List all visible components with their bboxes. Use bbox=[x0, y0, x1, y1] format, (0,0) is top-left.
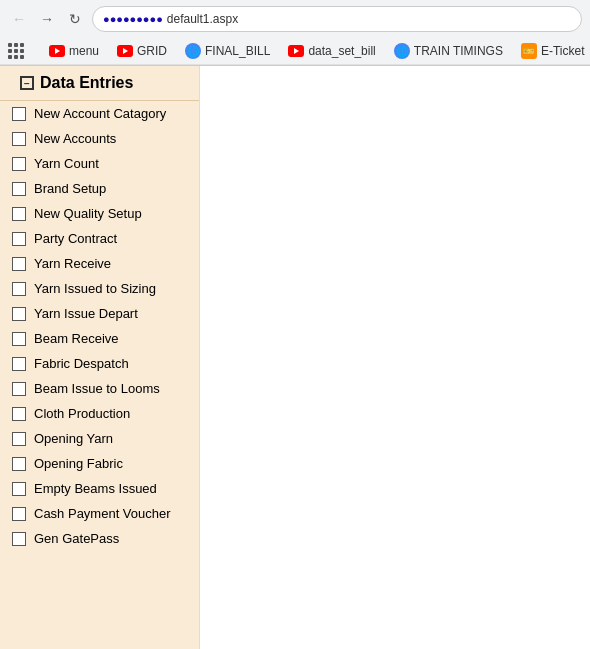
bookmark-e-ticket[interactable]: 🎫 E-Ticket bbox=[513, 41, 590, 61]
ticket-icon: 🎫 bbox=[521, 43, 537, 59]
sidebar-item-empty-beams-issued[interactable]: Empty Beams Issued bbox=[0, 476, 199, 501]
bookmark-grid-label: GRID bbox=[137, 44, 167, 58]
item-checkbox-yarn-issued-sizing[interactable] bbox=[12, 282, 26, 296]
item-checkbox-new-account-category[interactable] bbox=[12, 107, 26, 121]
bookmark-train-timings[interactable]: 🌐 TRAIN TIMINGS bbox=[386, 41, 511, 61]
item-label-opening-yarn: Opening Yarn bbox=[34, 431, 113, 446]
item-checkbox-opening-yarn[interactable] bbox=[12, 432, 26, 446]
right-panel bbox=[200, 66, 590, 649]
item-checkbox-cloth-production[interactable] bbox=[12, 407, 26, 421]
item-checkbox-fabric-despatch[interactable] bbox=[12, 357, 26, 371]
youtube-icon bbox=[49, 45, 65, 57]
sidebar-item-yarn-receive[interactable]: Yarn Receive bbox=[0, 251, 199, 276]
item-label-yarn-issued-sizing: Yarn Issued to Sizing bbox=[34, 281, 156, 296]
sidebar-item-cloth-production[interactable]: Cloth Production bbox=[0, 401, 199, 426]
item-label-empty-beams-issued: Empty Beams Issued bbox=[34, 481, 157, 496]
sidebar-item-new-quality-setup[interactable]: New Quality Setup bbox=[0, 201, 199, 226]
address-text: default1.aspx bbox=[167, 12, 238, 26]
item-label-fabric-despatch: Fabric Despatch bbox=[34, 356, 129, 371]
sidebar-title: Data Entries bbox=[40, 74, 133, 92]
item-label-new-quality-setup: New Quality Setup bbox=[34, 206, 142, 221]
item-checkbox-cash-payment-voucher[interactable] bbox=[12, 507, 26, 521]
sidebar-item-yarn-issued-sizing[interactable]: Yarn Issued to Sizing bbox=[0, 276, 199, 301]
item-label-brand-setup: Brand Setup bbox=[34, 181, 106, 196]
item-checkbox-yarn-receive[interactable] bbox=[12, 257, 26, 271]
item-checkbox-new-quality-setup[interactable] bbox=[12, 207, 26, 221]
sidebar-header: − Data Entries bbox=[0, 66, 199, 101]
back-button[interactable]: ← bbox=[8, 8, 30, 30]
main-content: − Data Entries New Account Catagory New … bbox=[0, 66, 590, 649]
sidebar-item-party-contract[interactable]: Party Contract bbox=[0, 226, 199, 251]
bookmark-menu[interactable]: menu bbox=[41, 42, 107, 60]
reload-button[interactable]: ↻ bbox=[64, 8, 86, 30]
item-label-yarn-receive: Yarn Receive bbox=[34, 256, 111, 271]
sidebar-item-yarn-issue-depart[interactable]: Yarn Issue Depart bbox=[0, 301, 199, 326]
sidebar-item-fabric-despatch[interactable]: Fabric Despatch bbox=[0, 351, 199, 376]
item-label-new-account-category: New Account Catagory bbox=[34, 106, 166, 121]
address-prefix: ●●●●●●●●● bbox=[103, 13, 163, 25]
sidebar-collapse-button[interactable]: − bbox=[20, 76, 34, 90]
item-label-yarn-issue-depart: Yarn Issue Depart bbox=[34, 306, 138, 321]
item-checkbox-brand-setup[interactable] bbox=[12, 182, 26, 196]
bookmark-menu-label: menu bbox=[69, 44, 99, 58]
sidebar-item-opening-fabric[interactable]: Opening Fabric bbox=[0, 451, 199, 476]
item-label-yarn-count: Yarn Count bbox=[34, 156, 99, 171]
bookmark-final-bill[interactable]: 🌐 FINAL_BILL bbox=[177, 41, 278, 61]
item-checkbox-beam-receive[interactable] bbox=[12, 332, 26, 346]
item-checkbox-beam-issue-looms[interactable] bbox=[12, 382, 26, 396]
bookmark-train-timings-label: TRAIN TIMINGS bbox=[414, 44, 503, 58]
item-checkbox-yarn-issue-depart[interactable] bbox=[12, 307, 26, 321]
sidebar-item-beam-receive[interactable]: Beam Receive bbox=[0, 326, 199, 351]
bookmarks-bar: menu GRID 🌐 FINAL_BILL data_set_bill 🌐 T… bbox=[0, 38, 590, 65]
sidebar-item-yarn-count[interactable]: Yarn Count bbox=[0, 151, 199, 176]
item-checkbox-opening-fabric[interactable] bbox=[12, 457, 26, 471]
sidebar-item-beam-issue-looms[interactable]: Beam Issue to Looms bbox=[0, 376, 199, 401]
item-checkbox-new-accounts[interactable] bbox=[12, 132, 26, 146]
sidebar-item-new-accounts[interactable]: New Accounts bbox=[0, 126, 199, 151]
apps-icon[interactable] bbox=[8, 41, 25, 61]
forward-button[interactable]: → bbox=[36, 8, 58, 30]
item-checkbox-empty-beams-issued[interactable] bbox=[12, 482, 26, 496]
bookmark-data-set-bill-label: data_set_bill bbox=[308, 44, 375, 58]
item-label-new-accounts: New Accounts bbox=[34, 131, 116, 146]
item-label-opening-fabric: Opening Fabric bbox=[34, 456, 123, 471]
sidebar-item-new-account-category[interactable]: New Account Catagory bbox=[0, 101, 199, 126]
globe-icon-2: 🌐 bbox=[394, 43, 410, 59]
item-checkbox-gen-gatepass[interactable] bbox=[12, 532, 26, 546]
browser-chrome: ← → ↻ ●●●●●●●●● default1.aspx menu GRID … bbox=[0, 0, 590, 66]
item-checkbox-party-contract[interactable] bbox=[12, 232, 26, 246]
youtube-icon-3 bbox=[288, 45, 304, 57]
sidebar-item-brand-setup[interactable]: Brand Setup bbox=[0, 176, 199, 201]
bookmark-grid[interactable]: GRID bbox=[109, 42, 175, 60]
bookmark-e-ticket-label: E-Ticket bbox=[541, 44, 585, 58]
globe-icon: 🌐 bbox=[185, 43, 201, 59]
item-checkbox-yarn-count[interactable] bbox=[12, 157, 26, 171]
item-label-party-contract: Party Contract bbox=[34, 231, 117, 246]
sidebar-item-cash-payment-voucher[interactable]: Cash Payment Voucher bbox=[0, 501, 199, 526]
item-label-gen-gatepass: Gen GatePass bbox=[34, 531, 119, 546]
sidebar-item-gen-gatepass[interactable]: Gen GatePass bbox=[0, 526, 199, 551]
sidebar-item-opening-yarn[interactable]: Opening Yarn bbox=[0, 426, 199, 451]
address-bar[interactable]: ●●●●●●●●● default1.aspx bbox=[92, 6, 582, 32]
sidebar: − Data Entries New Account Catagory New … bbox=[0, 66, 200, 649]
item-label-cash-payment-voucher: Cash Payment Voucher bbox=[34, 506, 171, 521]
item-label-beam-issue-looms: Beam Issue to Looms bbox=[34, 381, 160, 396]
bookmark-data-set-bill[interactable]: data_set_bill bbox=[280, 42, 383, 60]
item-label-beam-receive: Beam Receive bbox=[34, 331, 119, 346]
browser-toolbar: ← → ↻ ●●●●●●●●● default1.aspx bbox=[0, 0, 590, 38]
item-label-cloth-production: Cloth Production bbox=[34, 406, 130, 421]
youtube-icon-2 bbox=[117, 45, 133, 57]
bookmark-final-bill-label: FINAL_BILL bbox=[205, 44, 270, 58]
